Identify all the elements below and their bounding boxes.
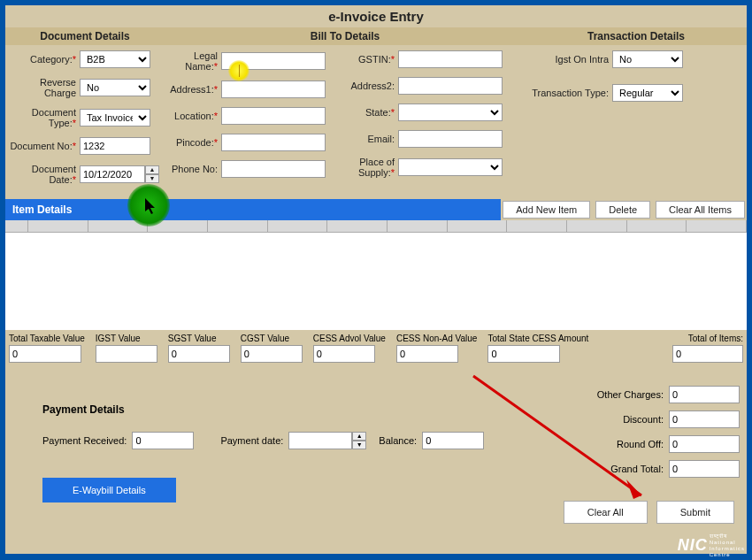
other-input[interactable] [669,386,740,403]
balance-input[interactable] [422,432,484,449]
section-headers: Document Details Bill To Details Transac… [5,27,747,45]
cessadv-input[interactable] [313,345,375,363]
payment-header: Payment Details [42,403,563,416]
email-input[interactable] [398,130,503,148]
phone-input[interactable] [221,160,326,178]
statecess-label: Total State CESS Amount [487,334,588,343]
pos-select[interactable] [398,158,503,176]
add-item-button[interactable]: Add New Item [503,201,590,219]
doctype-label: Document Type: [9,107,80,128]
items-input[interactable] [672,345,743,363]
cgst-label: CGST Value [241,334,303,343]
addr2-input[interactable] [398,77,503,95]
ttype-select[interactable]: Regular [612,84,683,102]
nic-logo: NICराष्ट्रीयNationalInformaticsCentre [678,533,745,558]
addr2-label: Address2: [345,81,398,91]
bill-header: Bill To Details [165,27,526,45]
page-title: e-Invoice Entry [5,5,747,27]
reverse-select[interactable]: No [80,79,150,96]
grid-header [5,220,747,233]
sgst-input[interactable] [168,345,230,363]
clear-all-button[interactable]: Clear All [564,501,648,524]
igst-label: IGST Value [96,334,157,343]
app-window: e-Invoice Entry Document Details Bill To… [5,5,747,554]
discount-label: Discount: [589,414,669,425]
charges-panel: Other Charges: Discount: Round Off: Gran… [563,372,740,502]
grand-input[interactable] [669,460,740,478]
items-label: Total of Items: [672,334,743,343]
grand-label: Grand Total: [589,464,669,474]
ewaybill-button[interactable]: E-Waybill Details [42,478,176,502]
category-select[interactable]: B2B [80,50,150,68]
submit-button[interactable]: Submit [656,501,734,524]
billto-details: Legal Name: Address1: Location: Pincode:… [165,45,526,199]
addr1-input[interactable] [221,81,326,98]
clear-items-button[interactable]: Clear All Items [656,201,745,219]
igst-input[interactable] [96,345,157,363]
state-label: State: [345,107,398,118]
round-input[interactable] [669,435,740,453]
ttv-input[interactable] [9,345,81,363]
paydate-label: Payment date: [220,435,283,446]
form-body: Category: B2B Reverse Charge No Document… [5,45,747,199]
docno-label: Document No: [9,141,80,151]
location-label: Location: [168,111,221,121]
pincode-label: Pincode: [168,137,221,148]
addr1-label: Address1: [168,84,221,95]
doctype-select[interactable]: Tax Invoice [80,109,150,127]
balance-label: Balance: [379,435,417,446]
sgst-label: SGST Value [168,334,230,343]
cessna-input[interactable] [396,345,458,363]
date-spinner[interactable]: ▲▼ [145,165,159,183]
gstin-label: GSTIN: [345,54,398,65]
email-label: Email: [345,134,398,144]
cessna-label: CESS Non-Ad Value [396,334,478,343]
payrecv-label: Payment Received: [42,435,127,446]
cessadv-label: CESS Advol Value [313,334,386,343]
phone-label: Phone No: [168,164,221,174]
transaction-details: Igst On Intra No Transaction Type: Regul… [526,45,747,199]
docdate-label: Document Date: [9,164,80,185]
document-details: Category: B2B Reverse Charge No Document… [5,45,165,199]
state-select[interactable] [398,104,503,121]
trans-header: Transaction Details [526,27,747,45]
delete-item-button[interactable]: Delete [595,201,650,219]
gstin-input[interactable] [398,50,503,68]
payment-panel: Payment Details Payment Received: Paymen… [12,372,563,502]
discount-input[interactable] [669,410,740,428]
reverse-label: Reverse Charge [9,77,80,98]
igstintra-select[interactable]: No [612,50,683,68]
pos-label: Place of Supply: [345,157,398,178]
category-label: Category: [9,54,80,65]
legal-label: Legal Name: [168,50,221,72]
ttype-label: Transaction Type: [529,88,612,98]
location-input[interactable] [221,107,326,125]
round-label: Round Off: [589,439,669,449]
docno-input[interactable] [80,137,150,155]
legal-input[interactable] [221,52,326,70]
paydate-spinner[interactable]: ▲▼ [352,432,366,449]
cgst-input[interactable] [241,345,303,363]
ttv-label: Total Taxable Value [9,334,85,343]
item-details-bar: Item Details Add New Item Delete Clear A… [5,199,747,220]
lower-panel: Payment Details Payment Received: Paymen… [5,366,747,510]
totals-row: Total Taxable Value IGST Value SGST Valu… [5,330,747,366]
item-details-label: Item Details [12,203,72,216]
paydate-input[interactable] [288,432,352,449]
statecess-input[interactable] [487,345,560,363]
doc-header: Document Details [5,27,165,45]
payrecv-input[interactable] [132,432,194,449]
other-label: Other Charges: [589,389,669,400]
footer-buttons: Clear All Submit [564,501,734,524]
pincode-input[interactable] [221,134,326,151]
grid-body[interactable] [5,233,747,330]
igstintra-label: Igst On Intra [529,54,612,65]
docdate-input[interactable] [80,165,145,183]
